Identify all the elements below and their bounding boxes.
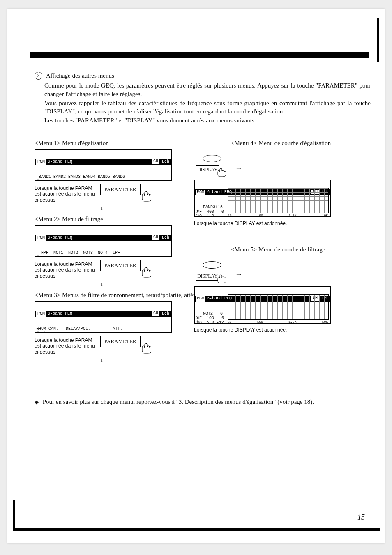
arrow-right-icon: → [235, 270, 242, 279]
lch-badge: Lch [160, 311, 171, 317]
display-note-2: Lorsque la touche DISPLAY est actionnée. [194, 327, 371, 333]
right-column: <Menu 4> Menu de courbe d'égalisation DI… [194, 136, 371, 333]
hand-cursor-icon [216, 274, 228, 286]
lcd-menu2-rows: HPF NOT1 NOT2 NOT3 NOT4 LPF ①F 40 50 100… [35, 250, 171, 257]
hand-cursor-icon [140, 342, 154, 356]
lch-badge: Lch [160, 159, 171, 165]
arrow-down-icon: ↓ [100, 281, 182, 288]
param-note-3: Lorsque la touche PARAM est actionnée da… [35, 337, 96, 355]
ch-badge: CH [152, 235, 159, 240]
paragraph-2: Vous pouvez rappeler le tableau des cara… [44, 99, 371, 116]
lcd-menu1-rows: BAND1 BAND2 BAND3 BAND4 BAND5 BAND6 ①F 6… [35, 174, 171, 181]
pgm-badge: PGM [36, 159, 46, 165]
display-button-block: DISPLAY [194, 155, 230, 180]
body-text: 3 Affichage des autres menus Comme pour … [35, 71, 371, 126]
diamond-bullet-icon: ◆ [35, 399, 39, 405]
arrow-down-icon: ↓ [100, 205, 182, 212]
lcd-title: 6-band PEQ [48, 311, 152, 317]
eq-curve-graph [228, 188, 329, 213]
lcd-menu3-rows: ◄HUM CAN. DELAY/POL. ATT. ①A/M MANUAL DE… [35, 326, 171, 333]
ch-badge: CH [152, 311, 159, 316]
section-title: Affichage des autres menus [46, 72, 114, 79]
menu1-title: <Menu 1> Menu d'égalisation [35, 140, 182, 147]
pgm-badge: PGM [196, 296, 205, 302]
hand-cursor-icon [140, 266, 154, 280]
menu2-title: <Menu 2> Menu de filtrage [35, 216, 182, 223]
bottom-left-corner [13, 500, 15, 528]
page: 3 Affichage des autres menus Comme pour … [7, 9, 385, 543]
section-number-circle: 3 [35, 72, 42, 80]
left-column: <Menu 1> Menu d'égalisation PGM 6-band P… [35, 136, 182, 364]
deco-right-edge [377, 18, 379, 62]
page-number: 15 [357, 513, 365, 522]
lcd-title: 6-band PEQ [48, 235, 152, 241]
display-note-1: Lorsque la touche DISPLAY est actionnée. [194, 221, 371, 226]
footer-bullet: ◆ Pour en savoir plus sur chaque menu, r… [35, 398, 371, 405]
footer-bullet-text: Pour en savoir plus sur chaque menu, rep… [43, 398, 314, 405]
pgm-badge: PGM [36, 311, 46, 317]
lcd-menu4: PGM 6-band PEQ CH Lch BAND3+15 ①F 400 0 … [194, 180, 331, 217]
section-heading: 3 Affichage des autres menus [35, 71, 371, 80]
menu-diagrams: <Menu 1> Menu d'égalisation PGM 6-band P… [35, 136, 371, 364]
param-note-1: Lorsque la touche PARAM est actionnée da… [35, 185, 96, 203]
display-button-block: DISPLAY [194, 261, 230, 286]
lcd-menu2: PGM 6-band PEQ CH Lch HPF NOT1 NOT2 NOT3… [35, 225, 172, 257]
hand-cursor-icon [216, 167, 228, 180]
paragraph-3: Les touches "PARAMETER" et "DISPLAY" vou… [44, 116, 371, 124]
paragraph-1: Comme pour le mode GEQ, les paramètres p… [44, 81, 371, 98]
parameter-button[interactable]: PARAMETER [100, 260, 141, 271]
menu4-title: <Menu 4> Menu de courbe d'égalisation [231, 140, 371, 147]
lcd-menu3: PGM 6-band PEQ CH Lch ◄HUM CAN. DELAY/PO… [35, 301, 172, 333]
lcd-title: 6-band PEQ [48, 159, 152, 165]
parameter-button[interactable]: PARAMETER [100, 336, 141, 347]
lcd-menu1: PGM 6-band PEQ CH Lch BAND1 BAND2 BAND3 … [35, 149, 172, 181]
display-oval-icon [203, 155, 221, 162]
pgm-badge: PGM [36, 235, 46, 241]
lcd-menu5: PGM 6-band PEQ CH Lch NOT2 0 ①F 100 -6 ②… [194, 286, 331, 324]
top-black-bar [30, 52, 369, 58]
display-oval-icon [203, 261, 221, 269]
ch-badge: CH [152, 159, 159, 164]
menu5-title: <Menu 5> Menu de courbe de filtrage [231, 246, 371, 253]
arrow-down-icon: ↓ [100, 357, 182, 364]
param-note-2: Lorsque la touche PARAM est actionnée da… [35, 261, 96, 279]
arrow-right-icon: → [235, 164, 242, 173]
hand-cursor-icon [140, 190, 154, 204]
bottom-black-bar [13, 528, 380, 531]
filter-curve-graph [228, 294, 329, 320]
pgm-badge: PGM [196, 190, 205, 195]
parameter-button[interactable]: PARAMETER [100, 184, 141, 195]
lch-badge: Lch [160, 235, 171, 241]
